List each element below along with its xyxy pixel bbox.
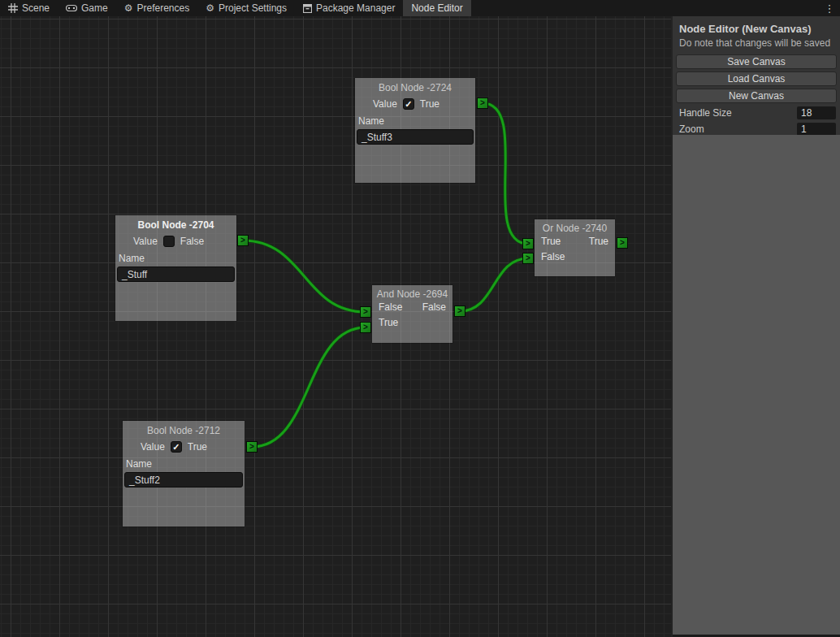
input-handle-icon[interactable]: > bbox=[360, 306, 371, 318]
output-label: True bbox=[589, 236, 615, 247]
name-label: Name bbox=[123, 458, 245, 470]
wire-bool2704-and2694 bbox=[243, 240, 366, 312]
value-checkbox[interactable] bbox=[163, 236, 175, 247]
value-state: True bbox=[188, 441, 207, 453]
output-handle-icon[interactable]: > bbox=[454, 306, 465, 317]
tab-label: Preferences bbox=[136, 2, 189, 14]
value-checkbox[interactable]: ✓ bbox=[403, 98, 414, 110]
wire-bool2712-and2694 bbox=[252, 327, 366, 447]
node-title: And Node -2694 bbox=[372, 285, 452, 299]
node-and-2694[interactable]: And Node -2694 False False True bbox=[372, 285, 452, 343]
output-handle-icon[interactable]: > bbox=[617, 237, 628, 249]
output-handle-icon[interactable]: > bbox=[237, 235, 249, 246]
package-icon bbox=[303, 4, 312, 13]
node-bool-2712[interactable]: Bool Node -2712 Value ✓ True Name _Stuff… bbox=[123, 421, 245, 526]
node-bool-2704[interactable]: Bool Node -2704 Value False Name _Stuff bbox=[115, 215, 236, 321]
handle-size-input[interactable]: 18 bbox=[797, 106, 836, 119]
tab-label: Package Manager bbox=[316, 2, 395, 14]
wire-bool2724-or2740 bbox=[483, 103, 528, 244]
output-label: False bbox=[422, 301, 452, 313]
zoom-label: Zoom bbox=[679, 124, 704, 135]
tab-label: Project Settings bbox=[219, 2, 287, 14]
name-input[interactable]: _Stuff2 bbox=[124, 472, 243, 488]
value-state: True bbox=[420, 98, 439, 110]
input-handle-icon[interactable]: > bbox=[360, 322, 371, 333]
node-editor-side-panel: Node Editor (New Canvas) Do note that ch… bbox=[671, 16, 840, 637]
value-state: False bbox=[180, 236, 204, 247]
tab-label: Game bbox=[81, 2, 108, 14]
value-label: Value bbox=[141, 441, 165, 453]
wire-and2694-or2740 bbox=[460, 258, 528, 311]
name-input[interactable]: _Stuff bbox=[117, 266, 235, 282]
input-handle-icon[interactable]: > bbox=[522, 253, 534, 264]
top-tab-bar: Scene Game ⚙ Preferences ⚙ Project Setti… bbox=[0, 0, 840, 16]
output-handle-icon[interactable]: > bbox=[246, 441, 258, 453]
node-editor-canvas[interactable]: Bool Node -2724 Value ✓ True Name _Stuff… bbox=[0, 16, 671, 637]
input-label: True bbox=[372, 317, 398, 328]
node-title: Bool Node -2712 bbox=[123, 421, 245, 436]
panel-header-block: Node Editor (New Canvas) Do note that ch… bbox=[673, 16, 840, 135]
panel-note: Do note that changes will be saved bbox=[676, 37, 837, 52]
tab-preferences[interactable]: ⚙ Preferences bbox=[116, 0, 197, 16]
handle-size-label: Handle Size bbox=[679, 107, 732, 119]
new-canvas-button[interactable]: New Canvas bbox=[676, 89, 837, 103]
tab-scene[interactable]: Scene bbox=[0, 0, 58, 16]
panel-title: Node Editor (New Canvas) bbox=[676, 20, 837, 37]
value-label: Value bbox=[133, 236, 158, 247]
value-checkbox[interactable]: ✓ bbox=[171, 441, 182, 453]
node-bool-2724[interactable]: Bool Node -2724 Value ✓ True Name _Stuff… bbox=[355, 78, 475, 183]
input-label: True bbox=[535, 236, 561, 247]
tabbar-spacer bbox=[471, 0, 819, 16]
name-label: Name bbox=[355, 115, 475, 128]
tab-package-manager[interactable]: Package Manager bbox=[295, 0, 403, 16]
node-title: Or Node -2740 bbox=[535, 219, 615, 233]
name-label: Name bbox=[115, 253, 236, 265]
grid-icon bbox=[8, 3, 18, 13]
node-title: Bool Node -2724 bbox=[355, 78, 475, 93]
input-label: False bbox=[535, 251, 565, 262]
zoom-input[interactable]: 1 bbox=[797, 123, 836, 135]
value-label: Value bbox=[373, 98, 397, 110]
kebab-menu-icon[interactable]: ⋮ bbox=[819, 0, 840, 16]
tab-project-settings[interactable]: ⚙ Project Settings bbox=[197, 0, 295, 16]
tab-game[interactable]: Game bbox=[58, 0, 116, 16]
output-handle-icon[interactable]: > bbox=[477, 98, 488, 109]
connection-wires bbox=[0, 16, 671, 637]
gear-icon: ⚙ bbox=[206, 3, 214, 13]
tab-label: Node Editor bbox=[411, 2, 462, 14]
input-handle-icon[interactable]: > bbox=[522, 238, 534, 249]
save-canvas-button[interactable]: Save Canvas bbox=[676, 54, 837, 69]
load-canvas-button[interactable]: Load Canvas bbox=[676, 72, 837, 86]
node-title: Bool Node -2704 bbox=[115, 215, 236, 231]
gear-icon: ⚙ bbox=[124, 3, 133, 13]
tab-node-editor[interactable]: Node Editor bbox=[403, 0, 470, 16]
tab-label: Scene bbox=[22, 2, 50, 14]
gamepad-icon bbox=[66, 4, 77, 12]
name-input[interactable]: _Stuff3 bbox=[357, 129, 474, 145]
node-or-2740[interactable]: Or Node -2740 True True False bbox=[535, 219, 615, 276]
input-label: False bbox=[372, 301, 402, 313]
